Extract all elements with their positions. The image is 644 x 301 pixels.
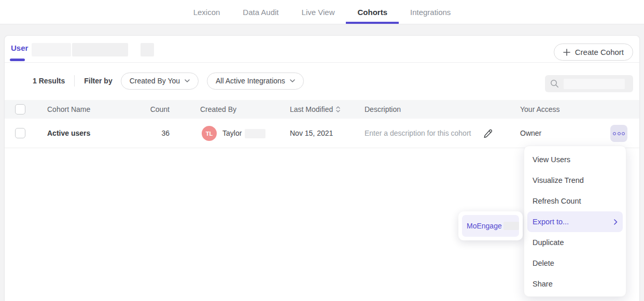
results-count: 1 Results [33, 77, 65, 85]
access-level: Owner [520, 119, 541, 148]
export-submenu: MoEngage [458, 211, 523, 240]
nav-tab-data-audit[interactable]: Data Audit [243, 0, 278, 24]
plus-icon [563, 49, 570, 56]
create-cohort-label: Create Cohort [575, 48, 624, 56]
menu-item-delete[interactable]: Delete [524, 253, 626, 274]
divider [74, 75, 75, 87]
more-options-icon [613, 132, 616, 135]
redacted-submenu-text [503, 222, 519, 230]
create-cohort-button[interactable]: Create Cohort [554, 44, 633, 61]
nav-tab-live-view[interactable]: Live View [302, 0, 335, 24]
menu-item-export-to[interactable]: Export to... [527, 211, 623, 232]
row-checkbox[interactable] [15, 128, 25, 138]
nav-tab-cohorts[interactable]: Cohorts [357, 0, 387, 24]
cohorts-page: Lexicon Data Audit Live View Cohorts Int… [0, 0, 644, 301]
cohort-count: 36 [124, 119, 170, 148]
nav-tab-lexicon[interactable]: Lexicon [193, 0, 220, 24]
filter-by-label: Filter by [84, 77, 112, 85]
integrations-dropdown[interactable]: All Active Integrations [207, 73, 304, 90]
table-header: Cohort Name Count Created By Last Modifi… [5, 100, 639, 119]
submenu-item-moengage[interactable]: MoEngage [462, 215, 519, 237]
export-to-label: Export to... [533, 211, 569, 232]
search-input[interactable] [545, 75, 633, 92]
last-modified-value: Nov 15, 2021 [290, 119, 333, 148]
column-header-count[interactable]: Count [124, 100, 170, 119]
menu-item-refresh-count[interactable]: Refresh Count [524, 191, 626, 211]
cohort-type-tabs: User Create Cohort [5, 36, 639, 63]
user-tab-underline [10, 59, 25, 61]
more-options-icon [618, 132, 621, 135]
column-header-cohort-name[interactable]: Cohort Name [47, 100, 90, 119]
top-navigation: Lexicon Data Audit Live View Cohorts Int… [0, 0, 644, 24]
chevron-down-icon [290, 79, 295, 82]
nav-tab-label: Integrations [410, 8, 451, 17]
redacted-search-text [564, 79, 625, 89]
nav-tab-label: Live View [302, 8, 335, 17]
active-tab-underline [346, 22, 399, 24]
chevron-right-icon [614, 219, 618, 225]
pencil-icon [483, 128, 493, 139]
menu-item-duplicate[interactable]: Duplicate [524, 232, 626, 253]
menu-item-share[interactable]: Share [524, 274, 626, 294]
sort-icon [336, 106, 340, 112]
column-header-your-access: Your Access [520, 100, 560, 119]
created-by-dropdown-value: Created By You [130, 77, 180, 85]
nav-tab-label: Data Audit [243, 8, 278, 17]
nav-tab-integrations[interactable]: Integrations [410, 0, 451, 24]
created-by-dropdown[interactable]: Created By You [121, 73, 199, 90]
cohort-name-link[interactable]: Active users [47, 119, 90, 148]
edit-description-button[interactable] [482, 127, 494, 140]
avatar: TL [202, 126, 217, 141]
created-by-name: Taylor [222, 119, 242, 148]
table-row: Active users 36 TL Taylor Nov 15, 2021 E… [5, 119, 639, 148]
row-actions-menu: View Users Visualize Trend Refresh Count… [524, 146, 626, 297]
description-field[interactable]: Enter a description for this cohort [365, 119, 471, 148]
tab-user[interactable]: User [11, 44, 28, 52]
more-options-icon [622, 132, 625, 135]
column-header-description: Description [365, 100, 401, 119]
chevron-down-icon [185, 79, 190, 82]
redacted-tab [72, 43, 128, 56]
redacted-last-name [245, 129, 265, 138]
select-all-checkbox[interactable] [15, 104, 25, 114]
nav-tab-label: Lexicon [193, 8, 220, 17]
column-header-last-modified[interactable]: Last Modified [290, 100, 340, 119]
nav-tab-label: Cohorts [357, 8, 387, 17]
filter-row: 1 Results Filter by Created By You All A… [5, 63, 639, 99]
redacted-tab [32, 43, 71, 56]
redacted-tab [141, 43, 154, 56]
row-actions-button[interactable] [610, 125, 627, 142]
integrations-dropdown-value: All Active Integrations [216, 77, 285, 85]
moengage-label: MoEngage [467, 222, 502, 230]
last-modified-label: Last Modified [290, 100, 333, 119]
search-icon [550, 79, 559, 88]
column-header-created-by[interactable]: Created By [200, 100, 236, 119]
menu-item-view-users[interactable]: View Users [524, 149, 626, 170]
menu-item-visualize-trend[interactable]: Visualize Trend [524, 170, 626, 191]
last-modified-date: Nov 15, 2021 [290, 119, 333, 148]
